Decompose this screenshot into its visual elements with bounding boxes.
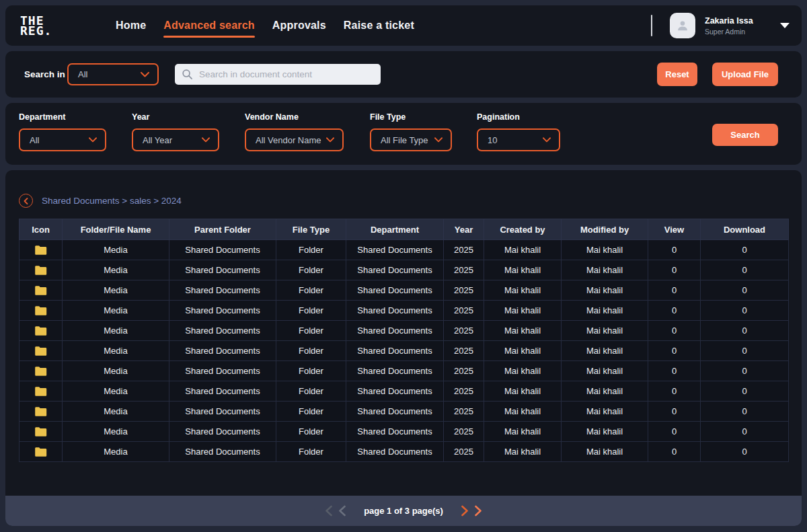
year-select[interactable]: All Year (132, 128, 219, 151)
folder-icon (34, 265, 47, 276)
cell-file_type: Folder (276, 402, 346, 422)
table-row[interactable]: Media Shared Documents Folder Shared Doc… (20, 321, 789, 341)
folder-icon (34, 386, 47, 397)
folder-icon (34, 426, 47, 437)
cell-department: Shared Documents (346, 402, 444, 422)
search-scope-select[interactable]: All (67, 63, 159, 85)
cell-file_type: Folder (276, 341, 346, 361)
year-value: All Year (143, 135, 172, 145)
cell-modified_by: Mai khalil (562, 422, 648, 442)
chevron-down-icon (89, 137, 97, 143)
main-nav: Home Advanced search Approvals Raise a t… (116, 5, 414, 46)
nav-item-advanced-search[interactable]: Advanced search (163, 17, 255, 34)
cell-file_type: Folder (276, 321, 346, 341)
chevron-down-icon (434, 137, 443, 143)
table-row[interactable]: Media Shared Documents Folder Shared Doc… (20, 381, 789, 402)
table-row[interactable]: Media Shared Documents Folder Shared Doc… (20, 361, 789, 381)
cell-name: Media (63, 260, 169, 280)
cell-download: 0 (701, 361, 789, 381)
column-header: Download (701, 219, 789, 240)
previous-page-button[interactable] (336, 505, 349, 517)
folder-icon (34, 245, 47, 256)
cell-parent: Shared Documents (169, 442, 276, 462)
pagination-select[interactable]: 10 (477, 128, 560, 151)
pagination-value: 10 (488, 135, 497, 145)
search-input[interactable] (199, 69, 374, 79)
cell-created_by: Mai khalil (484, 260, 562, 280)
folder-icon (34, 326, 47, 336)
cell-download: 0 (701, 301, 789, 321)
cell-file_type: Folder (276, 280, 346, 301)
reset-button[interactable]: Reset (657, 63, 697, 86)
cell-year: 2025 (444, 260, 484, 280)
vendor-name-select[interactable]: All Vendor Name (245, 128, 344, 151)
folder-icon-cell (20, 341, 63, 361)
search-bar-actions: Reset Upload File (657, 63, 778, 86)
table-row[interactable]: Media Shared Documents Folder Shared Doc… (20, 301, 789, 321)
cell-year: 2025 (444, 361, 484, 381)
cell-parent: Shared Documents (169, 422, 276, 442)
cell-modified_by: Mai khalil (562, 341, 648, 361)
filters-panel: Department Year Vendor Name File Type Pa… (5, 103, 802, 165)
department-select[interactable]: All (19, 128, 106, 151)
chevron-down-icon (543, 137, 551, 143)
last-page-button[interactable] (471, 505, 485, 517)
nav-item-home[interactable]: Home (116, 17, 146, 34)
cell-download: 0 (701, 280, 789, 301)
cell-year: 2025 (444, 280, 484, 301)
table-row[interactable]: Media Shared Documents Folder Shared Doc… (20, 280, 789, 301)
table-row[interactable]: Media Shared Documents Folder Shared Doc… (20, 341, 789, 361)
table-row[interactable]: Media Shared Documents Folder Shared Doc… (20, 422, 789, 442)
cell-download: 0 (701, 442, 789, 462)
user-role: Super Admin (705, 28, 764, 36)
avatar[interactable] (670, 13, 695, 38)
cell-view: 0 (648, 321, 701, 341)
cell-parent: Shared Documents (169, 381, 276, 402)
cell-parent: Shared Documents (169, 240, 276, 260)
folder-icon (34, 406, 47, 417)
cell-view: 0 (648, 341, 701, 361)
caret-down-icon[interactable] (780, 23, 790, 28)
logo-line-2: REG. (20, 26, 52, 36)
table-row[interactable]: Media Shared Documents Folder Shared Doc… (20, 442, 789, 462)
folder-icon-cell (20, 442, 63, 462)
cell-view: 0 (648, 422, 701, 442)
cell-name: Media (63, 361, 169, 381)
cell-created_by: Mai khalil (484, 402, 562, 422)
next-page-button[interactable] (458, 505, 471, 517)
cell-parent: Shared Documents (169, 341, 276, 361)
back-button[interactable] (19, 194, 33, 208)
folder-icon-cell (20, 361, 63, 381)
nav-item-approvals[interactable]: Approvals (272, 17, 326, 34)
table-row[interactable]: Media Shared Documents Folder Shared Doc… (20, 260, 789, 280)
chevron-right-icon (474, 505, 482, 517)
filter-label-department: Department (19, 112, 106, 122)
cell-department: Shared Documents (346, 240, 444, 260)
breadcrumb: Shared Documents > sales > 2024 (19, 194, 182, 208)
pagination-footer: page 1 of 3 page(s) (5, 496, 802, 526)
file-type-value: All File Type (381, 135, 428, 145)
upload-file-button[interactable]: Upload File (712, 63, 778, 86)
cell-download: 0 (701, 341, 789, 361)
logo[interactable]: THE REG. (20, 15, 52, 36)
cell-modified_by: Mai khalil (562, 381, 648, 402)
table-row[interactable]: Media Shared Documents Folder Shared Doc… (20, 402, 789, 422)
first-page-button[interactable] (322, 505, 336, 517)
nav-item-raise-ticket[interactable]: Raise a ticket (344, 17, 414, 34)
folder-icon-cell (20, 381, 63, 402)
cell-name: Media (63, 280, 169, 301)
chevron-down-icon (202, 137, 210, 143)
cell-department: Shared Documents (346, 280, 444, 301)
nav-divider (651, 15, 652, 36)
chevron-left-icon (325, 505, 333, 517)
column-header: Year (444, 219, 484, 240)
cell-year: 2025 (444, 321, 484, 341)
table-row[interactable]: Media Shared Documents Folder Shared Doc… (20, 240, 789, 260)
cell-view: 0 (648, 381, 701, 402)
user-name: Zakaria Issa (705, 16, 764, 26)
file-type-select[interactable]: All File Type (370, 128, 452, 151)
search-button[interactable]: Search (712, 124, 778, 146)
cell-modified_by: Mai khalil (562, 442, 648, 462)
cell-created_by: Mai khalil (484, 422, 562, 442)
cell-parent: Shared Documents (169, 260, 276, 280)
